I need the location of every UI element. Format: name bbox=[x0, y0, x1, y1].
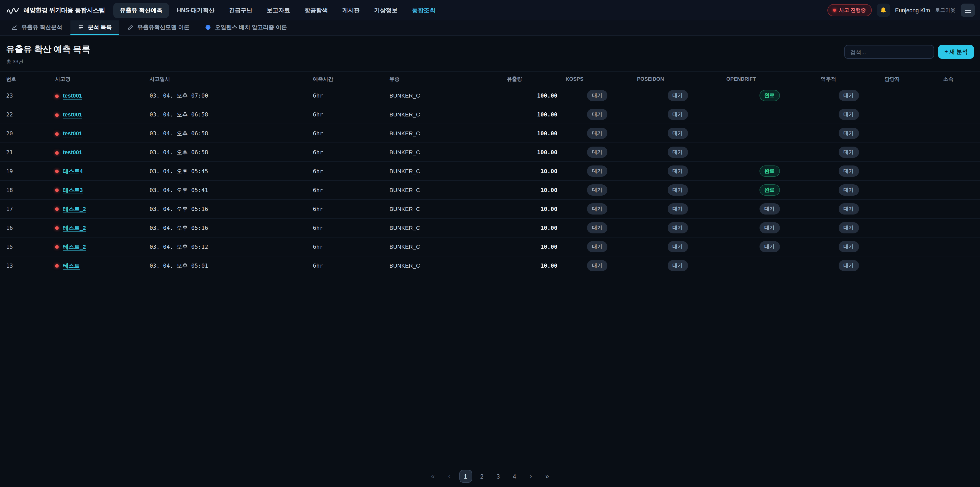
spill-amount: 10.00 bbox=[503, 200, 562, 218]
incident-name-link[interactable]: test001 bbox=[63, 130, 82, 136]
table-row[interactable]: 22test00103. 04. 오후 06:586hrBUNKER_C100.… bbox=[0, 105, 980, 124]
info-icon bbox=[205, 24, 211, 30]
spill-amount: 100.00 bbox=[503, 124, 562, 143]
tab[interactable]: 분석 목록 bbox=[70, 21, 119, 35]
nav-item[interactable]: 기상정보 bbox=[368, 3, 404, 18]
status-badge: 대기 bbox=[759, 222, 780, 233]
table-row[interactable]: 15테스트_203. 04. 오후 05:126hrBUNKER_C10.00대… bbox=[0, 237, 980, 256]
opendrift-status: 완료 bbox=[722, 86, 817, 105]
column-header: KOSPS bbox=[562, 72, 633, 86]
page-prev-button[interactable]: ‹ bbox=[443, 470, 455, 483]
column-header: 담당자 bbox=[880, 72, 939, 86]
incident-name-link[interactable]: test001 bbox=[63, 149, 82, 155]
nav-item[interactable]: 긴급구난 bbox=[222, 3, 259, 18]
table-row[interactable]: 23test00103. 04. 오후 07:006hrBUNKER_C100.… bbox=[0, 86, 980, 105]
oil-type: BUNKER_C bbox=[385, 218, 503, 237]
page-button-3[interactable]: 3 bbox=[492, 470, 504, 483]
hamburger-menu-button[interactable] bbox=[961, 3, 975, 17]
nav-item[interactable]: 게시판 bbox=[336, 3, 366, 18]
incident-name-link[interactable]: 테스트3 bbox=[63, 187, 83, 193]
incident-name-link[interactable]: test001 bbox=[63, 111, 82, 118]
prediction-table: 번호사고명사고일시예측시간유종유출량KOSPSPOSEIDONOPENDRIFT… bbox=[0, 72, 980, 275]
column-header: 사고명 bbox=[51, 72, 145, 86]
page-title: 유출유 확산 예측 목록 bbox=[6, 43, 90, 55]
organization bbox=[939, 105, 980, 124]
incident-name-link[interactable]: 테스트4 bbox=[63, 168, 83, 174]
nav-item[interactable]: 보고자료 bbox=[260, 3, 297, 18]
list-icon bbox=[78, 24, 84, 30]
incident-datetime: 03. 04. 오후 05:01 bbox=[145, 256, 309, 275]
nav-item[interactable]: HNS·대기확산 bbox=[170, 3, 221, 18]
status-badge: 대기 bbox=[587, 222, 608, 233]
incident-datetime: 03. 04. 오후 05:41 bbox=[145, 180, 309, 200]
app-brand[interactable]: 해양환경 위기대응 통합시스템 bbox=[6, 6, 105, 14]
tab-bar: 유출유 확산분석분석 목록유출유확산모델 이론오일펜스 배치 알고리즘 이론 bbox=[0, 21, 980, 36]
status-badge: 대기 bbox=[838, 128, 859, 139]
opendrift-status bbox=[722, 105, 817, 124]
incident-status-dot bbox=[55, 208, 59, 211]
status-badge: 대기 bbox=[838, 222, 859, 233]
tab[interactable]: 오일펜스 배치 알고리즘 이론 bbox=[197, 21, 294, 35]
page-button-1[interactable]: 1 bbox=[459, 470, 472, 483]
app-title: 해양환경 위기대응 통합시스템 bbox=[24, 6, 105, 14]
backtrack-status: 대기 bbox=[817, 237, 880, 256]
table-row[interactable]: 20test00103. 04. 오후 06:586hrBUNKER_C100.… bbox=[0, 124, 980, 143]
incident-name-link[interactable]: 테스트 bbox=[63, 262, 80, 268]
status-badge: 대기 bbox=[587, 90, 608, 101]
status-badge: 대기 bbox=[587, 241, 608, 252]
incident-status-dot bbox=[55, 264, 59, 268]
main-content: 유출유 확산 예측 목록 총 33건 + 새 분석 번호사고명사고일시예측시간유… bbox=[0, 36, 980, 487]
table-row[interactable]: 18테스트303. 04. 오후 05:416hrBUNKER_C10.00대기… bbox=[0, 180, 980, 200]
search-input[interactable] bbox=[845, 45, 934, 59]
column-header: OPENDRIFT bbox=[722, 72, 817, 86]
kosps-status: 대기 bbox=[562, 143, 633, 162]
row-number: 22 bbox=[0, 105, 51, 124]
incident-name-link[interactable]: 테스트_2 bbox=[63, 206, 86, 212]
nav-item[interactable]: 유출유 확산예측 bbox=[113, 3, 169, 18]
incident-status-dot bbox=[55, 132, 59, 136]
organization bbox=[939, 180, 980, 200]
row-number: 16 bbox=[0, 218, 51, 237]
forecast-duration: 6hr bbox=[309, 218, 385, 237]
incident-name-link[interactable]: 테스트_2 bbox=[63, 243, 86, 249]
incident-name-link[interactable]: 테스트_2 bbox=[63, 225, 86, 231]
organization bbox=[939, 237, 980, 256]
incident-name-link[interactable]: test001 bbox=[63, 93, 82, 99]
oil-type: BUNKER_C bbox=[385, 143, 503, 162]
status-badge: 대기 bbox=[667, 241, 688, 252]
tab[interactable]: 유출유확산모델 이론 bbox=[120, 21, 197, 35]
page-last-button[interactable]: » bbox=[541, 470, 554, 483]
oil-type: BUNKER_C bbox=[385, 86, 503, 105]
spill-amount: 10.00 bbox=[503, 256, 562, 275]
page-first-button[interactable]: « bbox=[426, 470, 439, 483]
incident-name-cell: test001 bbox=[51, 105, 145, 124]
opendrift-status: 완료 bbox=[722, 180, 817, 200]
table-row[interactable]: 19테스트403. 04. 오후 05:456hrBUNKER_C10.00대기… bbox=[0, 162, 980, 180]
nav-item[interactable]: 통합조회 bbox=[405, 3, 442, 18]
new-analysis-button[interactable]: + 새 분석 bbox=[939, 45, 974, 59]
column-header: 사고일시 bbox=[145, 72, 309, 86]
manager bbox=[880, 200, 939, 218]
opendrift-status bbox=[722, 256, 817, 275]
status-badge: 대기 bbox=[667, 147, 688, 158]
logout-button[interactable]: 로그아웃 bbox=[935, 6, 956, 14]
forecast-duration: 6hr bbox=[309, 124, 385, 143]
table-row[interactable]: 16테스트_203. 04. 오후 05:166hrBUNKER_C10.00대… bbox=[0, 218, 980, 237]
page-button-4[interactable]: 4 bbox=[508, 470, 521, 483]
nav-item[interactable]: 항공탐색 bbox=[298, 3, 334, 18]
status-badge: 대기 bbox=[667, 128, 688, 139]
page-next-button[interactable]: › bbox=[525, 470, 537, 483]
status-badge: 대기 bbox=[838, 147, 859, 158]
opendrift-status: 완료 bbox=[722, 162, 817, 180]
column-header: 예측시간 bbox=[309, 72, 385, 86]
incident-badge-label: 사고 진행중 bbox=[839, 6, 866, 14]
table-row[interactable]: 17테스트_203. 04. 오후 05:166hrBUNKER_C10.00대… bbox=[0, 200, 980, 218]
spill-amount: 10.00 bbox=[503, 218, 562, 237]
tab[interactable]: 유출유 확산분석 bbox=[4, 21, 69, 35]
notification-bell-button[interactable] bbox=[877, 3, 890, 17]
table-row[interactable]: 21test00103. 04. 오후 06:586hrBUNKER_C100.… bbox=[0, 143, 980, 162]
row-number: 18 bbox=[0, 180, 51, 200]
page-button-2[interactable]: 2 bbox=[476, 470, 488, 483]
status-badge: 대기 bbox=[667, 222, 688, 233]
table-row[interactable]: 13테스트03. 04. 오후 05:016hrBUNKER_C10.00대기대… bbox=[0, 256, 980, 275]
